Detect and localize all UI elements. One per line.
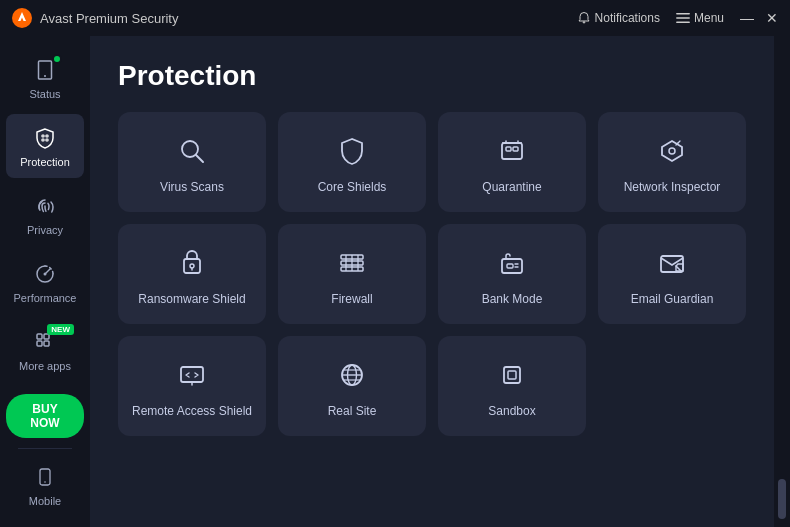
grid-item-network-inspector-label: Network Inspector [624,179,721,196]
page-title: Protection [118,60,746,92]
avast-logo-icon [12,8,32,28]
sidebar-item-privacy-label: Privacy [27,224,63,236]
grid-item-bank-mode[interactable]: Bank Mode [438,224,586,324]
new-badge: NEW [47,324,74,335]
svg-rect-2 [676,17,690,19]
bank-mode-icon [494,245,530,281]
fingerprint-icon [31,192,59,220]
titlebar-right: Notifications Menu — ✕ [577,11,778,25]
status-dot [52,54,62,64]
svg-rect-48 [504,367,520,383]
network-inspector-icon [654,133,690,169]
grid-item-firewall-label: Firewall [331,291,372,308]
svg-point-0 [12,8,32,28]
grid-item-virus-scans[interactable]: Virus Scans [118,112,266,212]
protection-grid: Virus Scans Core Shields [118,112,746,436]
grid-item-remote-access-shield-label: Remote Access Shield [132,403,252,420]
virus-scans-icon [174,133,210,169]
titlebar-left: Avast Premium Security [12,8,178,28]
grid-item-quarantine-label: Quarantine [482,179,541,196]
svg-rect-14 [44,341,49,346]
svg-point-4 [44,75,46,77]
svg-rect-26 [184,259,200,273]
grid-item-core-shields-label: Core Shields [318,179,387,196]
mobile-icon [31,463,59,491]
sidebar-item-mobile-label: Mobile [29,495,61,507]
grid-item-real-site[interactable]: Real Site [278,336,426,436]
remote-access-shield-icon [174,357,210,393]
grid-item-core-shields[interactable]: Core Shields [278,112,426,212]
close-button[interactable]: ✕ [766,11,778,25]
speedometer-icon [31,260,59,288]
ransomware-shield-icon [174,245,210,281]
svg-rect-6 [46,135,48,137]
svg-point-25 [669,148,675,154]
grid-item-virus-scans-label: Virus Scans [160,179,224,196]
window-controls: — ✕ [740,11,778,25]
svg-rect-8 [46,139,48,141]
firewall-icon [334,245,370,281]
sidebar-item-protection-label: Protection [20,156,70,168]
grid-item-quarantine[interactable]: Quarantine [438,112,586,212]
grid-item-network-inspector[interactable]: Network Inspector [598,112,746,212]
sidebar-item-protection[interactable]: Protection [6,114,84,178]
content-area: Protection Virus Scans [90,36,774,527]
sidebar-item-mobile[interactable]: Mobile [6,453,84,517]
svg-rect-36 [507,264,513,268]
svg-line-18 [196,155,203,162]
svg-rect-1 [676,13,690,15]
sidebar-item-more-apps[interactable]: NEW More apps [6,318,84,382]
sidebar-item-performance-label: Performance [14,292,77,304]
scrollbar-thumb[interactable] [778,479,786,519]
svg-point-16 [44,481,46,483]
svg-rect-5 [42,135,44,137]
grid-item-bank-mode-label: Bank Mode [482,291,543,308]
core-shields-icon [334,133,370,169]
quarantine-icon [494,133,530,169]
titlebar: Avast Premium Security Notifications Men… [0,0,790,36]
svg-rect-19 [502,143,522,159]
svg-rect-3 [676,22,690,24]
grid-item-sandbox[interactable]: Sandbox [438,336,586,436]
grid-item-email-guardian-label: Email Guardian [631,291,714,308]
grid-item-ransomware-shield[interactable]: Ransomware Shield [118,224,266,324]
real-site-icon [334,357,370,393]
svg-rect-49 [508,371,516,379]
grid-item-firewall[interactable]: Firewall [278,224,426,324]
buy-now-button[interactable]: BUY NOW [6,394,84,438]
menu-icon [676,11,690,25]
sandbox-icon [494,357,530,393]
grid-item-remote-access-shield[interactable]: Remote Access Shield [118,336,266,436]
shield-icon [31,124,59,152]
scrollbar[interactable] [774,36,790,527]
grid-item-ransomware-shield-label: Ransomware Shield [138,291,245,308]
sidebar-bottom: BUY NOW Mobile [0,388,90,519]
grid-item-real-site-label: Real Site [328,403,377,420]
bell-icon [577,11,591,25]
svg-rect-11 [37,334,42,339]
main-layout: Status Protection [0,36,790,527]
sidebar-divider [18,448,72,449]
sidebar-item-more-apps-label: More apps [19,360,71,372]
svg-rect-13 [37,341,42,346]
sidebar-item-privacy[interactable]: Privacy [6,182,84,246]
sidebar-item-status[interactable]: Status [6,46,84,110]
grid-item-email-guardian[interactable]: Email Guardian [598,224,746,324]
sidebar-item-performance[interactable]: Performance [6,250,84,314]
sidebar: Status Protection [0,36,90,527]
svg-rect-21 [513,147,518,151]
grid-item-sandbox-label: Sandbox [488,403,535,420]
svg-rect-7 [42,139,44,141]
app-title: Avast Premium Security [40,11,178,26]
minimize-button[interactable]: — [740,11,754,25]
menu-button[interactable]: Menu [676,11,724,25]
svg-rect-35 [502,259,522,273]
svg-point-10 [44,273,47,276]
svg-rect-20 [506,147,511,151]
email-guardian-icon [654,245,690,281]
notifications-button[interactable]: Notifications [577,11,660,25]
sidebar-item-status-label: Status [29,88,60,100]
svg-rect-40 [181,367,203,382]
